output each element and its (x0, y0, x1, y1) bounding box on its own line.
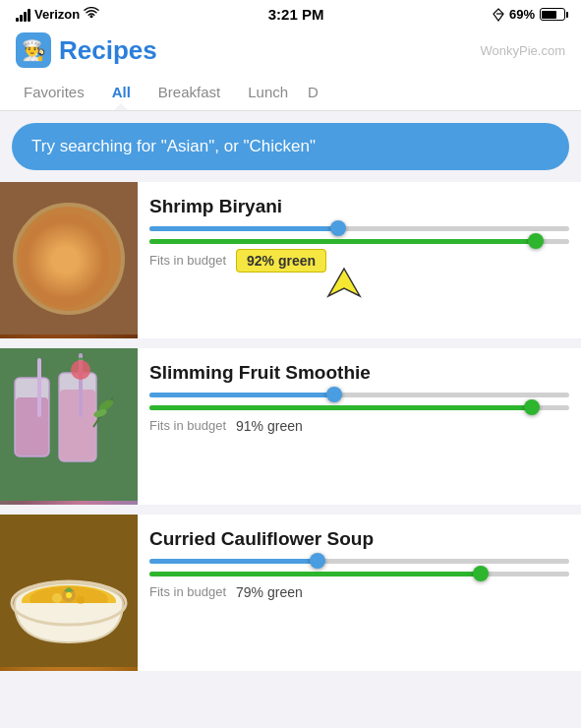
svg-rect-21 (16, 397, 48, 455)
location-icon (493, 8, 504, 22)
recipe-info-smoothie: Slimming Fruit Smoothie Fits in budget 9… (138, 348, 581, 505)
green-slider-soup (149, 572, 569, 576)
budget-track-smoothie (149, 393, 569, 397)
svg-point-11 (76, 265, 86, 270)
battery-percent: 69% (509, 7, 535, 22)
search-banner[interactable]: Try searching for "Asian", or "Chicken" (12, 123, 569, 170)
recipe-card-biryani[interactable]: Shrimp Biryani Fits in budget 92% green (0, 182, 581, 338)
budget-fill-soup (149, 559, 318, 564)
recipe-name-smoothie: Slimming Fruit Smoothie (149, 362, 569, 385)
green-thumb-soup (473, 566, 489, 581)
metrics-smoothie: Fits in budget 91% green (149, 418, 569, 434)
header: 👨‍🍳 Recipes WonkyPie.com (0, 27, 581, 76)
svg-point-8 (48, 246, 60, 252)
svg-point-6 (28, 217, 110, 300)
metrics-soup: Fits in budget 79% green (149, 584, 569, 600)
budget-label-biryani: Fits in budget (149, 253, 226, 268)
green-fill-soup (149, 572, 481, 576)
status-bar: Verizon 3:21 PM 69% (0, 0, 581, 27)
carrier-label: Verizon (34, 7, 80, 22)
svg-point-7 (39, 229, 98, 288)
header-left: 👨‍🍳 Recipes (16, 32, 157, 68)
green-thumb-smoothie (524, 399, 540, 415)
budget-track-biryani (149, 226, 569, 231)
svg-marker-16 (328, 269, 360, 296)
green-track-smoothie (149, 405, 569, 410)
battery-icon (540, 8, 565, 21)
budget-thumb-smoothie (326, 387, 342, 402)
watermark: WonkyPie.com (481, 43, 565, 58)
svg-point-37 (52, 593, 62, 603)
budget-label-soup: Fits in budget (149, 584, 226, 599)
tab-more[interactable]: D (302, 76, 324, 110)
status-left: Verizon (16, 7, 99, 23)
budget-fill-smoothie (149, 393, 334, 397)
green-thumb-biryani (528, 233, 544, 249)
recipe-info-soup: Curried Cauliflower Soup Fits in budget … (138, 515, 581, 671)
recipe-card-smoothie[interactable]: Slimming Fruit Smoothie Fits in budget 9… (0, 348, 581, 505)
tab-breakfast[interactable]: Breakfast (145, 76, 234, 110)
svg-rect-25 (37, 358, 41, 417)
budget-thumb-soup (310, 553, 325, 569)
green-value-soup: 79% green (236, 584, 303, 600)
green-slider-biryani (149, 239, 569, 244)
budget-track-soup (149, 559, 569, 564)
budget-thumb-biryani (330, 220, 346, 236)
svg-point-9 (74, 251, 84, 256)
budget-fill-biryani (149, 226, 338, 231)
green-fill-biryani (149, 239, 536, 244)
svg-point-41 (66, 592, 72, 598)
tab-lunch[interactable]: Lunch (234, 76, 302, 110)
wifi-icon (84, 7, 99, 23)
status-right: 69% (493, 7, 565, 22)
svg-point-15 (15, 205, 123, 313)
green-track-biryani (149, 239, 569, 244)
recipe-image-smoothie (0, 348, 138, 505)
svg-point-13 (74, 236, 80, 242)
recipe-image-soup (0, 515, 138, 671)
battery-fill (542, 11, 555, 19)
green-value-smoothie: 91% green (236, 418, 303, 434)
budget-label-smoothie: Fits in budget (149, 418, 226, 433)
search-banner-text: Try searching for "Asian", or "Chicken" (31, 137, 550, 156)
recipe-card-soup[interactable]: Curried Cauliflower Soup Fits in budget … (0, 515, 581, 671)
tab-bar: Favorites All Breakfast Lunch D (0, 76, 581, 111)
svg-point-27 (71, 360, 90, 380)
signal-bars (16, 8, 30, 22)
budget-slider-smoothie (149, 393, 569, 397)
highlighted-badge-wrapper: 92% green (236, 252, 326, 270)
recipe-name-soup: Curried Cauliflower Soup (149, 528, 569, 551)
svg-rect-24 (60, 390, 95, 460)
app-title: Recipes (59, 35, 157, 66)
svg-point-12 (60, 237, 68, 245)
svg-point-14 (68, 243, 75, 250)
tab-all[interactable]: All (98, 76, 145, 110)
budget-slider-soup (149, 559, 569, 564)
recipe-info-biryani: Shrimp Biryani Fits in budget 92% green (138, 182, 581, 338)
recipe-image-biryani (0, 182, 138, 338)
green-track-soup (149, 572, 569, 576)
svg-point-10 (54, 262, 68, 268)
status-time: 3:21 PM (268, 6, 324, 23)
green-fill-smoothie (149, 405, 532, 410)
arrow-annotation (324, 265, 364, 304)
app-icon: 👨‍🍳 (16, 32, 51, 68)
metrics-biryani: Fits in budget 92% green (149, 252, 569, 270)
green-slider-smoothie (149, 405, 569, 410)
recipe-name-biryani: Shrimp Biryani (149, 196, 569, 218)
green-badge-biryani: 92% green (236, 249, 326, 273)
svg-point-38 (77, 596, 85, 604)
budget-slider-biryani (149, 226, 569, 231)
tab-favorites[interactable]: Favorites (10, 76, 98, 110)
